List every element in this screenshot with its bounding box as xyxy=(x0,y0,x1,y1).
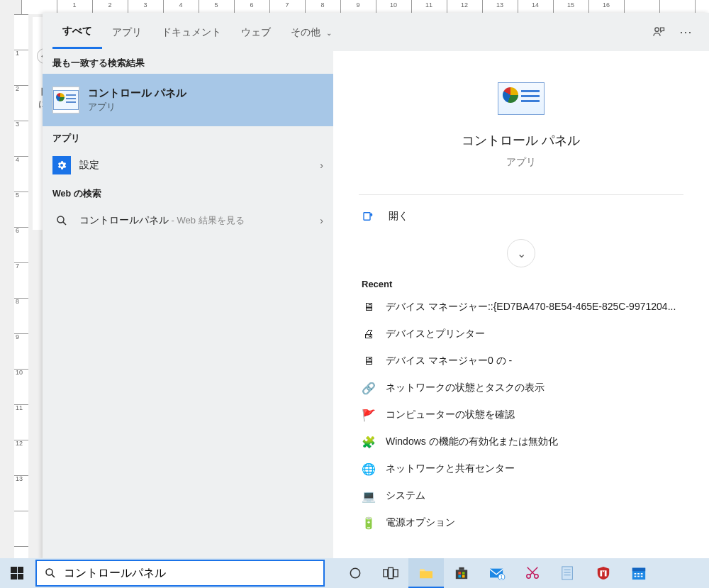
file-explorer-icon[interactable] xyxy=(408,558,444,588)
tab-all[interactable]: すべて xyxy=(52,15,102,49)
recent-item-label: デバイス マネージャー::{ED7BA470-8E54-465E-825C-99… xyxy=(386,301,676,314)
ruler-tick: 3 xyxy=(16,121,19,156)
recent-item[interactable]: 🔋 電源オプション xyxy=(333,509,709,536)
expand-button[interactable]: ⌄ xyxy=(507,239,535,267)
ruler-tick: 7 xyxy=(269,1,305,9)
ruler-tick: 2 xyxy=(92,1,128,9)
printer-icon: 🖨 xyxy=(362,327,376,341)
recent-item-label: ネットワークと共有センター xyxy=(386,462,515,475)
recent-item[interactable]: 🚩 コンピューターの状態を確認 xyxy=(333,401,709,428)
recent-item[interactable]: 🖥 デバイス マネージャー::{ED7BA470-8E54-465E-825C-… xyxy=(333,294,709,321)
svg-point-4 xyxy=(46,569,52,575)
result-label: コントロールパネル - Web 結果を見る xyxy=(79,214,245,227)
svg-rect-12 xyxy=(458,572,461,575)
section-apps: アプリ xyxy=(43,126,333,149)
ruler-tick: 11 xyxy=(16,404,23,440)
cortana-icon[interactable] xyxy=(337,558,373,588)
ruler-tick: 12 xyxy=(16,440,23,475)
recent-heading: Recent xyxy=(333,270,709,294)
ruler-tick: 4 xyxy=(163,1,199,9)
tab-apps[interactable]: アプリ xyxy=(102,16,152,48)
tab-web[interactable]: ウェブ xyxy=(231,16,281,48)
svg-rect-3 xyxy=(364,213,370,221)
store-icon[interactable] xyxy=(444,558,479,588)
svg-rect-23 xyxy=(635,573,637,575)
svg-rect-11 xyxy=(459,567,464,570)
ruler-tick: 11 xyxy=(411,1,447,9)
svg-point-6 xyxy=(350,568,359,577)
recent-item[interactable]: 🧩 Windows の機能の有効化または無効化 xyxy=(333,428,709,455)
gear-icon xyxy=(52,156,71,174)
ruler-tick: 6 xyxy=(234,1,269,9)
ruler-tick: 16 xyxy=(588,1,624,9)
ruler-tick: 9 xyxy=(16,333,19,369)
search-input[interactable] xyxy=(64,567,316,579)
calendar-icon[interactable] xyxy=(621,558,657,588)
task-view-icon[interactable] xyxy=(373,558,408,588)
ruler-tick: 8 xyxy=(16,298,19,333)
open-action[interactable]: 開く xyxy=(333,195,709,238)
recent-item-label: ネットワークの状態とタスクの表示 xyxy=(386,382,545,394)
best-match-result[interactable]: コントロール パネル アプリ xyxy=(43,74,333,126)
ruler-tick: 12 xyxy=(447,1,482,9)
snipping-tool-icon[interactable] xyxy=(515,558,550,588)
chevron-right-icon: › xyxy=(320,215,323,226)
open-label: 開く xyxy=(389,210,408,223)
network-icon: 🔗 xyxy=(362,381,376,395)
ruler-tick: 13 xyxy=(16,475,23,511)
ruler-tick: 1 xyxy=(57,1,92,9)
preview-pane: コントロール パネル アプリ 開く ⌄ Recent 🖥 デバイス マネージャー… xyxy=(333,51,709,560)
recent-item-label: デバイスとプリンター xyxy=(386,328,485,340)
recent-item[interactable]: 💻 システム xyxy=(333,482,709,509)
feedback-icon[interactable] xyxy=(645,18,672,45)
scope-tabs: すべて アプリ ドキュメント ウェブ その他 ⌄ ⋯ xyxy=(43,13,709,51)
system-icon: 💻 xyxy=(362,489,376,503)
control-panel-icon xyxy=(498,82,545,115)
svg-rect-10 xyxy=(456,570,467,579)
ruler-tick: 4 xyxy=(16,156,19,192)
mcafee-icon[interactable] xyxy=(586,558,621,588)
result-settings[interactable]: 設定 › xyxy=(43,149,333,182)
features-icon: 🧩 xyxy=(362,435,376,449)
ruler-tick: 7 xyxy=(16,262,19,298)
recent-item[interactable]: 🔗 ネットワークの状態とタスクの表示 xyxy=(333,375,709,401)
ruler-tick: 13 xyxy=(482,1,518,9)
result-web-controlpanel[interactable]: コントロールパネル - Web 結果を見る › xyxy=(43,204,333,237)
search-icon xyxy=(44,567,57,579)
recent-item[interactable]: 🖨 デバイスとプリンター xyxy=(333,321,709,348)
recent-item-label: システム xyxy=(386,489,425,502)
tab-more-label: その他 xyxy=(291,26,320,38)
svg-rect-24 xyxy=(637,573,640,575)
ruler-tick: 14 xyxy=(518,1,553,9)
svg-rect-13 xyxy=(462,572,465,575)
tab-more[interactable]: その他 ⌄ xyxy=(281,16,342,48)
best-match-subtitle: アプリ xyxy=(88,101,186,113)
ruler-tick: 2 xyxy=(16,85,19,121)
section-best-match: 最も一致する検索結果 xyxy=(43,51,333,74)
recent-item-label: Windows の機能の有効化または無効化 xyxy=(386,436,558,448)
svg-rect-25 xyxy=(641,573,643,575)
taskbar-search[interactable] xyxy=(35,560,325,587)
ruler-tick: 8 xyxy=(305,1,340,9)
svg-line-5 xyxy=(52,575,55,577)
taskbar-icons: 1 xyxy=(337,558,657,588)
taskbar: 1 xyxy=(0,558,709,588)
mail-icon[interactable]: 1 xyxy=(479,558,515,588)
svg-text:1: 1 xyxy=(501,575,503,579)
device-manager-icon: 🖥 xyxy=(362,354,376,368)
results-list: 最も一致する検索結果 コントロール パネル アプリ アプリ 設定 › Web の… xyxy=(43,51,333,560)
ruler-tick: 9 xyxy=(340,1,376,9)
more-options-icon[interactable]: ⋯ xyxy=(672,18,699,45)
tab-documents[interactable]: ドキュメント xyxy=(152,16,231,48)
recent-item[interactable]: 🖥 デバイス マネージャー0 の - xyxy=(333,348,709,375)
notepad-icon[interactable] xyxy=(550,558,586,588)
network-share-icon: 🌐 xyxy=(362,462,376,476)
svg-rect-7 xyxy=(384,570,388,577)
ruler-tick: 15 xyxy=(553,1,588,9)
preview-title: コントロール パネル xyxy=(462,132,580,149)
control-panel-icon xyxy=(52,87,79,113)
recent-item[interactable]: 🌐 ネットワークと共有センター xyxy=(333,455,709,482)
flag-icon: 🚩 xyxy=(362,408,376,422)
svg-rect-27 xyxy=(637,576,640,577)
start-button[interactable] xyxy=(0,558,34,588)
